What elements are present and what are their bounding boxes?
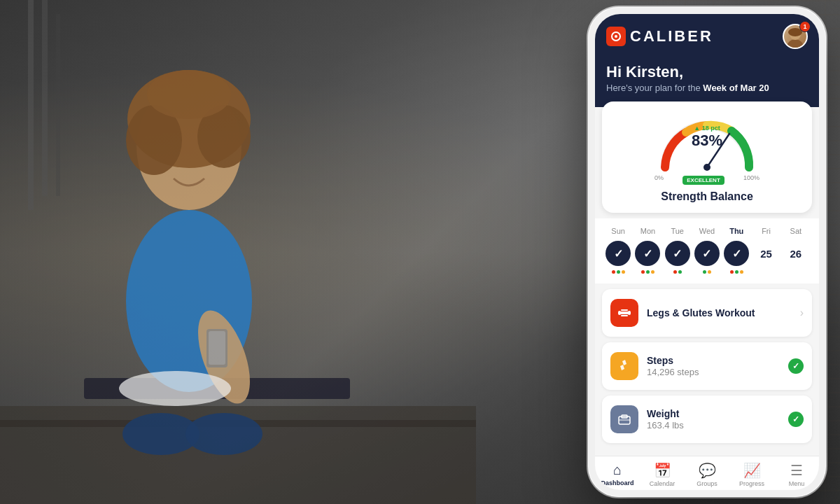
workout-detail-steps: 14,296 steps bbox=[647, 367, 780, 377]
workout-item-legs[interactable]: Legs & Glutes Workout › bbox=[602, 289, 812, 337]
strength-balance-card: ▲ 18 pct 83% 0% EXCELLENT 100% Strength … bbox=[602, 102, 812, 213]
day-thu[interactable]: ✓ bbox=[724, 241, 749, 266]
svg-point-20 bbox=[787, 39, 804, 48]
check-icon-weight: ✓ bbox=[788, 412, 804, 427]
phone-wrapper: CALIBER 1 Hi Kirsten, bbox=[588, 7, 826, 497]
week-days-header: Sun Mon Tue Wed Thu Fri Sat bbox=[603, 227, 811, 235]
nav-item-groups[interactable]: 💬 Groups bbox=[685, 462, 729, 487]
bottom-nav: ⌂ Dashboard 📅 Calendar 💬 Groups 📈 Progre… bbox=[595, 456, 819, 490]
day-sun[interactable]: ✓ bbox=[606, 241, 631, 266]
svg-rect-27 bbox=[628, 311, 631, 315]
app-name: CALIBER bbox=[630, 27, 713, 46]
nav-item-progress[interactable]: 📈 Progress bbox=[729, 462, 774, 487]
dots-sun bbox=[606, 270, 631, 274]
day-tue[interactable]: ✓ bbox=[665, 241, 690, 266]
workout-item-weight[interactable]: Weight 163.4 lbs ✓ bbox=[602, 396, 812, 443]
svg-rect-26 bbox=[618, 311, 621, 315]
nav-label-menu: Menu bbox=[789, 480, 805, 487]
workout-name-legs: Legs & Glutes Workout bbox=[647, 307, 792, 318]
phone-shell: CALIBER 1 Hi Kirsten, bbox=[588, 7, 826, 497]
nav-label-calendar: Calendar bbox=[650, 480, 676, 487]
day-label-sun: Sun bbox=[606, 227, 631, 235]
day-label-fri: Fri bbox=[754, 227, 779, 235]
svg-rect-1 bbox=[42, 0, 48, 196]
svg-rect-25 bbox=[620, 312, 629, 314]
svg-rect-28 bbox=[621, 309, 628, 311]
avatar-wrapper[interactable]: 1 bbox=[783, 24, 808, 49]
workout-name-weight: Weight bbox=[647, 408, 780, 419]
menu-icon: ☰ bbox=[790, 462, 803, 479]
workout-info-legs: Legs & Glutes Workout bbox=[647, 307, 792, 318]
strength-balance-title: Strength Balance bbox=[661, 190, 753, 203]
day-label-thu: Thu bbox=[724, 227, 749, 235]
dots-thu bbox=[724, 270, 749, 274]
workout-item-steps[interactable]: Steps 14,296 steps ✓ bbox=[602, 342, 812, 390]
person-silhouette bbox=[0, 0, 476, 504]
check-icon-steps: ✓ bbox=[788, 358, 804, 374]
workout-icon-legs bbox=[610, 299, 638, 327]
day-label-mon: Mon bbox=[635, 227, 660, 235]
week-calendar: Sun Mon Tue Wed Thu Fri Sat ✓ ✓ bbox=[595, 218, 819, 284]
day-wed[interactable]: ✓ bbox=[694, 241, 720, 266]
svg-rect-29 bbox=[621, 315, 628, 316]
workout-detail-weight: 163.4 lbs bbox=[647, 420, 780, 430]
dots-wed bbox=[694, 270, 720, 274]
greeting-section: Hi Kirsten, Here's your plan for the Wee… bbox=[595, 57, 819, 107]
dots-fri bbox=[754, 270, 779, 274]
gauge-center-text: ▲ 18 pct 83% bbox=[692, 125, 722, 148]
svg-point-7 bbox=[186, 413, 262, 455]
notification-badge[interactable]: 1 bbox=[799, 21, 811, 32]
app-header: CALIBER 1 bbox=[595, 14, 819, 57]
dots-tue bbox=[665, 270, 690, 274]
nav-label-dashboard: Dashboard bbox=[601, 479, 634, 486]
day-sat[interactable]: 26 bbox=[783, 241, 808, 266]
logo-icon bbox=[606, 27, 626, 46]
gauge-container: ▲ 18 pct 83% bbox=[651, 111, 763, 174]
svg-point-24 bbox=[704, 164, 710, 171]
day-label-sat: Sat bbox=[783, 227, 808, 235]
nav-label-groups: Groups bbox=[696, 480, 718, 487]
svg-point-19 bbox=[615, 35, 617, 38]
gauge-labels: 0% EXCELLENT 100% bbox=[654, 174, 760, 185]
nav-item-menu[interactable]: ☰ Menu bbox=[774, 462, 819, 487]
day-fri[interactable]: 25 bbox=[754, 241, 779, 266]
groups-icon: 💬 bbox=[699, 462, 716, 479]
workout-items-list: Legs & Glutes Workout › bbox=[595, 284, 819, 449]
workout-icon-weight bbox=[610, 405, 638, 433]
day-mon[interactable]: ✓ bbox=[635, 241, 660, 266]
svg-point-14 bbox=[147, 70, 231, 119]
dots-sat bbox=[783, 270, 808, 274]
scroll-area: Sun Mon Tue Wed Thu Fri Sat ✓ ✓ bbox=[595, 218, 819, 456]
nav-item-dashboard[interactable]: ⌂ Dashboard bbox=[595, 462, 640, 487]
day-label-tue: Tue bbox=[665, 227, 690, 235]
svg-rect-2 bbox=[56, 14, 60, 196]
svg-point-15 bbox=[119, 371, 231, 406]
workout-info-steps: Steps 14,296 steps bbox=[647, 355, 780, 377]
calendar-icon: 📅 bbox=[654, 462, 671, 479]
app-logo: CALIBER bbox=[606, 27, 713, 46]
nav-label-progress: Progress bbox=[739, 480, 764, 487]
dashboard-icon: ⌂ bbox=[613, 462, 622, 478]
nav-item-calendar[interactable]: 📅 Calendar bbox=[640, 462, 685, 487]
week-dots bbox=[603, 270, 811, 274]
svg-rect-0 bbox=[28, 0, 34, 210]
chevron-icon-legs: › bbox=[800, 307, 804, 319]
phone-screen: CALIBER 1 Hi Kirsten, bbox=[595, 14, 819, 490]
day-label-wed: Wed bbox=[694, 227, 720, 235]
greeting-title: Hi Kirsten, bbox=[606, 63, 808, 81]
greeting-subtitle: Here's your plan for the Week of Mar 20 bbox=[606, 83, 808, 93]
week-days-row: ✓ ✓ ✓ ✓ ✓ bbox=[603, 241, 811, 266]
dots-mon bbox=[635, 270, 660, 274]
workout-icon-steps bbox=[610, 352, 638, 380]
workout-info-weight: Weight 163.4 lbs bbox=[647, 408, 780, 430]
workout-name-steps: Steps bbox=[647, 355, 780, 366]
svg-rect-17 bbox=[209, 331, 225, 365]
progress-icon: 📈 bbox=[743, 462, 761, 479]
